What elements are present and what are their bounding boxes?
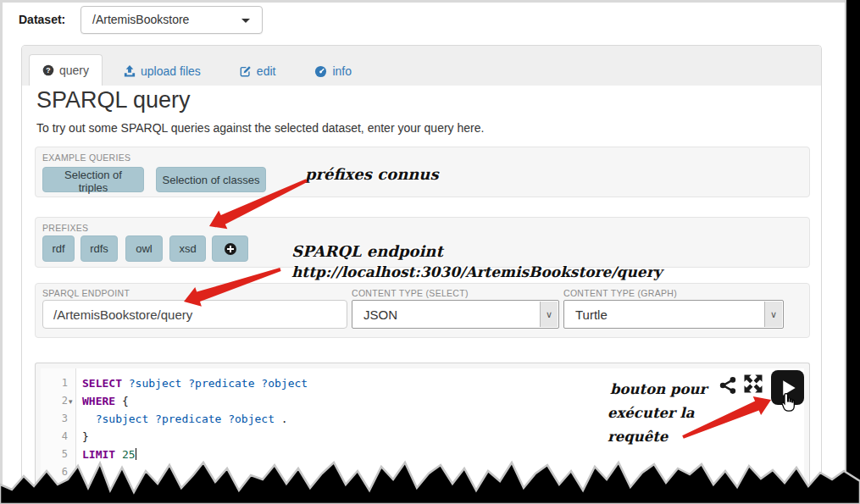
content-type-select-value: JSON bbox=[363, 307, 397, 322]
annotation-prefixes-note: préfixes connus bbox=[305, 165, 439, 183]
svg-text:?: ? bbox=[46, 66, 50, 75]
chevron-down-icon: ∨ bbox=[540, 302, 558, 327]
tab-info[interactable]: info bbox=[303, 56, 363, 86]
page-title: SPARQL query bbox=[36, 87, 191, 114]
hand-cursor-icon bbox=[778, 391, 800, 417]
code-line: } bbox=[82, 428, 804, 446]
prefix-xsd-button[interactable]: xsd bbox=[169, 235, 206, 262]
screenshot-canvas: Dataset: /ArtemisBookstore ? query bbox=[0, 0, 860, 504]
code-line bbox=[82, 463, 804, 481]
line-number: 5 bbox=[41, 446, 75, 463]
fold-arrow-icon[interactable]: ▾ bbox=[69, 398, 73, 406]
endpoint-input[interactable] bbox=[42, 300, 347, 329]
annotation-endpoint-note-line1: SPARQL endpoint bbox=[291, 242, 443, 260]
code-line: ?subject ?predicate ?object . bbox=[82, 410, 804, 428]
content-type-graph-label: CONTENT TYPE (GRAPH) bbox=[563, 288, 677, 298]
endpoint-label: SPARQL ENDPOINT bbox=[42, 288, 130, 298]
dataset-selector[interactable]: /ArtemisBookstore bbox=[80, 6, 263, 34]
annotation-run-note-line3: requête bbox=[608, 429, 668, 445]
annotation-run-note-line2: exécuter la bbox=[608, 405, 694, 421]
chevron-down-icon: ∨ bbox=[764, 302, 782, 327]
fullscreen-icon[interactable] bbox=[743, 374, 763, 394]
tab-query-label: query bbox=[59, 64, 89, 77]
annotation-endpoint-note-line2: http://localhost:3030/ArtemisBookstore/q… bbox=[291, 263, 662, 280]
intro-text: To try out some SPARQL queries against t… bbox=[36, 121, 484, 135]
prefixes-label: PREFIXES bbox=[42, 223, 88, 233]
tab-info-label: info bbox=[332, 64, 352, 78]
example-queries-label: EXAMPLE QUERIES bbox=[42, 152, 130, 163]
add-prefix-button[interactable] bbox=[212, 235, 248, 262]
content-type-graph-value: Turtle bbox=[575, 307, 608, 322]
caret-down-icon bbox=[241, 19, 250, 23]
prefix-rdfs-button[interactable]: rdfs bbox=[80, 235, 118, 262]
dataset-label: Dataset: bbox=[19, 13, 65, 26]
content-type-graph-dropdown[interactable]: Turtle ∨ bbox=[563, 300, 784, 329]
content-type-select-label: CONTENT TYPE (SELECT) bbox=[352, 288, 469, 298]
tab-edit-label: edit bbox=[257, 64, 276, 78]
tab-upload-files[interactable]: upload files bbox=[113, 56, 212, 86]
tab-list: ? query upload files edit bbox=[29, 54, 363, 86]
line-number: 1 bbox=[41, 374, 75, 392]
tab-upload-files-label: upload files bbox=[141, 64, 201, 78]
page-left-border bbox=[0, 0, 3, 504]
question-circle-icon: ? bbox=[42, 64, 54, 76]
code-line: LIMIT 25 bbox=[82, 446, 804, 463]
endpoint-box: SPARQL ENDPOINT CONTENT TYPE (SELECT) JS… bbox=[35, 283, 810, 338]
line-number: 3 bbox=[41, 410, 75, 428]
dataset-selector-value: /ArtemisBookstore bbox=[92, 13, 189, 26]
edit-icon bbox=[240, 65, 252, 77]
content-type-select-dropdown[interactable]: JSON ∨ bbox=[352, 300, 559, 329]
plus-circle-icon bbox=[224, 242, 237, 256]
line-number: 6 bbox=[41, 463, 75, 481]
tab-edit[interactable]: edit bbox=[229, 56, 287, 86]
line-number-gutter: 1 2 3 4 5 6 ▾ bbox=[41, 368, 76, 504]
upload-icon bbox=[124, 65, 136, 77]
prefix-rdf-button[interactable]: rdf bbox=[42, 235, 75, 262]
dashboard-icon bbox=[314, 65, 327, 78]
tab-bar: ? query upload files edit bbox=[22, 46, 821, 86]
example-query-classes-button[interactable]: Selection of classes bbox=[156, 167, 266, 192]
prefix-owl-button[interactable]: owl bbox=[125, 235, 163, 262]
page-right-border bbox=[845, 0, 846, 504]
query-tab-content: SPARQL query To try out some SPARQL quer… bbox=[22, 86, 821, 504]
example-query-triples-button[interactable]: Selection of triples bbox=[42, 167, 144, 192]
page-top-border bbox=[0, 0, 846, 3]
share-icon[interactable] bbox=[719, 376, 737, 395]
text-cursor bbox=[136, 448, 136, 460]
tab-query[interactable]: ? query bbox=[29, 54, 103, 86]
line-number: 4 bbox=[41, 428, 75, 446]
annotation-run-note-line1: bouton pour bbox=[610, 381, 707, 397]
